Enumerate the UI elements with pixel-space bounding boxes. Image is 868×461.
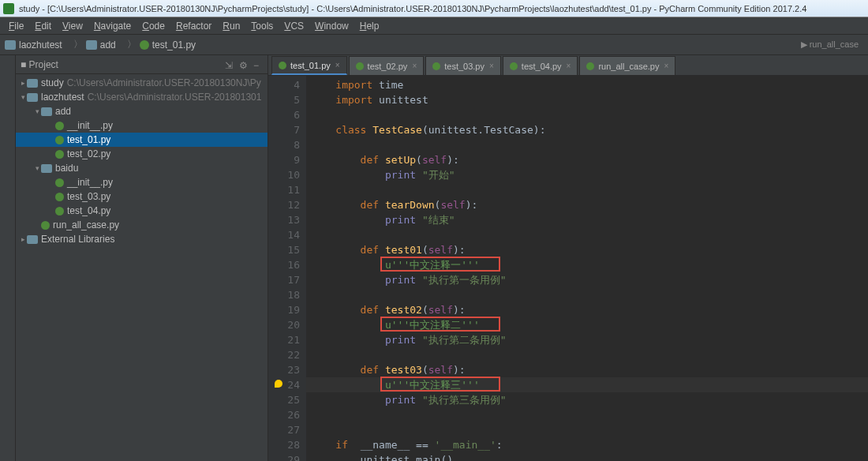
code-line[interactable]: unittest.main(): [306, 452, 868, 461]
code-line[interactable]: def test03(self):: [306, 362, 868, 377]
tree-item-label: test_01.py: [67, 134, 110, 145]
editor-tab-run-all-case-py[interactable]: run_all_case.py×: [579, 56, 675, 75]
folder-icon: [27, 93, 38, 102]
code-line[interactable]: [306, 227, 868, 242]
code-line[interactable]: print "执行第三条用例": [306, 392, 868, 407]
chevron-right-icon: 〉: [73, 38, 83, 51]
code-line[interactable]: [306, 107, 868, 122]
code-line[interactable]: import unittest: [306, 92, 868, 107]
editor-tab-test-03-py[interactable]: test_03.py×: [425, 56, 501, 75]
code-line[interactable]: def test01(self):: [306, 242, 868, 257]
code-line[interactable]: u'''中文注释三''': [306, 377, 868, 392]
project-tree[interactable]: ▸studyC:\Users\Administrator.USER-201801…: [16, 74, 268, 461]
menubar: FileEditViewNavigateCodeRefactorRunTools…: [0, 17, 868, 35]
menu-navigate[interactable]: Navigate: [88, 19, 137, 33]
menu-refactor[interactable]: Refactor: [170, 19, 217, 33]
tree-item-test-02-py[interactable]: test_02.py: [16, 147, 268, 161]
left-tool-strip: [0, 55, 16, 461]
project-panel-header: ■ Project ⇲ ⚙ −: [16, 55, 268, 74]
folder-icon: [86, 40, 97, 50]
python-file-icon: [55, 207, 64, 216]
code-line[interactable]: import time: [306, 77, 868, 92]
code-line[interactable]: print "执行第二条用例": [306, 332, 868, 347]
tree-item-test-01-py[interactable]: test_01.py: [16, 133, 268, 147]
close-icon[interactable]: ×: [412, 62, 417, 70]
gear-icon[interactable]: ⚙: [239, 60, 249, 69]
code-line[interactable]: [306, 422, 868, 437]
tree-item-test-04-py[interactable]: test_04.py: [16, 204, 268, 218]
close-icon[interactable]: ×: [335, 61, 340, 69]
tree-item-add[interactable]: ▾add: [16, 104, 268, 118]
tree-item-laozhutest[interactable]: ▾laozhutestC:\Users\Administrator.USER-2…: [16, 90, 268, 104]
close-icon[interactable]: ×: [664, 62, 669, 70]
code-area[interactable]: import time import unittest class TestCa…: [306, 76, 868, 461]
line-number: 19: [270, 302, 300, 317]
tree-item-study[interactable]: ▸studyC:\Users\Administrator.USER-201801…: [16, 76, 268, 90]
tree-item---init---py[interactable]: __init__.py: [16, 118, 268, 133]
tree-item-label: run_all_case.py: [53, 219, 119, 230]
code-line[interactable]: [306, 182, 868, 197]
code-line[interactable]: [306, 287, 868, 302]
code-line[interactable]: def setUp(self):: [306, 152, 868, 167]
breadcrumb-item[interactable]: test_01.py: [140, 39, 196, 51]
breadcrumb-item[interactable]: laozhutest: [5, 39, 62, 51]
code-line[interactable]: def test02(self):: [306, 302, 868, 317]
line-number: 27: [270, 422, 300, 437]
python-file-icon: [140, 40, 149, 50]
code-line[interactable]: print "结束": [306, 212, 868, 227]
intention-bulb-icon[interactable]: [275, 380, 282, 388]
code-line[interactable]: if __name__ == '__main__':: [306, 437, 868, 452]
line-number: 10: [270, 167, 300, 182]
menu-vcs[interactable]: VCS: [279, 19, 309, 33]
tree-item-run-all-case-py[interactable]: run_all_case.py: [16, 218, 268, 232]
folder-icon: [41, 107, 52, 116]
code-line[interactable]: print "开始": [306, 167, 868, 182]
python-file-icon: [510, 62, 518, 70]
breadcrumb-item[interactable]: add: [86, 39, 116, 51]
tree-item-test-03-py[interactable]: test_03.py: [16, 189, 268, 204]
chevron-right-icon: 〉: [127, 38, 137, 51]
line-number: 8: [270, 137, 300, 152]
code-line[interactable]: [306, 407, 868, 422]
collapse-icon[interactable]: ⇲: [225, 60, 234, 69]
tree-item-label: test_02.py: [67, 148, 110, 159]
tab-label: test_03.py: [444, 62, 485, 71]
menu-help[interactable]: Help: [354, 19, 385, 33]
tree-item-path: C:\Users\Administrator.USER-201801301: [88, 92, 262, 103]
run-config-button[interactable]: ▶ run_all_case: [796, 38, 863, 51]
editor-tab-test-02-py[interactable]: test_02.py×: [349, 56, 425, 75]
menu-edit[interactable]: Edit: [29, 19, 57, 33]
menu-run[interactable]: Run: [217, 19, 245, 33]
code-line[interactable]: u'''中文注释一''': [306, 257, 868, 272]
code-line[interactable]: class TestCase(unittest.TestCase):: [306, 122, 868, 137]
menu-window[interactable]: Window: [309, 19, 354, 33]
tree-item-baidu[interactable]: ▾baidu: [16, 161, 268, 175]
hide-icon[interactable]: −: [253, 60, 263, 69]
code-line[interactable]: print "执行第一条用例": [306, 272, 868, 287]
editor-tab-test-01-py[interactable]: test_01.py×: [271, 56, 347, 75]
tree-item-external-libraries[interactable]: ▸External Libraries: [16, 232, 268, 246]
tab-label: test_04.py: [522, 62, 562, 71]
menu-file[interactable]: File: [3, 19, 29, 33]
project-tool-window: ■ Project ⇲ ⚙ − ▸studyC:\Users\Administr…: [16, 55, 268, 461]
menu-tools[interactable]: Tools: [245, 19, 279, 33]
tree-item-label: baidu: [55, 163, 78, 174]
code-line[interactable]: [306, 137, 868, 152]
editor-tab-test-04-py[interactable]: test_04.py×: [503, 56, 578, 75]
line-number: 28: [270, 437, 300, 452]
menu-view[interactable]: View: [57, 19, 88, 33]
line-number: 12: [270, 197, 300, 212]
tree-arrow-icon: ▸: [19, 235, 27, 243]
code-line[interactable]: def tearDown(self):: [306, 197, 868, 212]
line-number: 23: [270, 362, 300, 377]
window-title: study - [C:\Users\Administrator.USER-201…: [19, 4, 806, 13]
tree-item---init---py[interactable]: __init__.py: [16, 175, 268, 189]
close-icon[interactable]: ×: [489, 62, 494, 70]
code-line[interactable]: u'''中文注释二''': [306, 317, 868, 332]
code-editor[interactable]: 4567891011121314151617181920212223242526…: [268, 76, 868, 461]
code-line[interactable]: [306, 347, 868, 362]
python-file-icon: [55, 150, 64, 159]
close-icon[interactable]: ×: [567, 62, 571, 70]
editor-tabbar: test_01.py×test_02.py×test_03.py×test_04…: [268, 55, 868, 76]
menu-code[interactable]: Code: [137, 19, 170, 33]
